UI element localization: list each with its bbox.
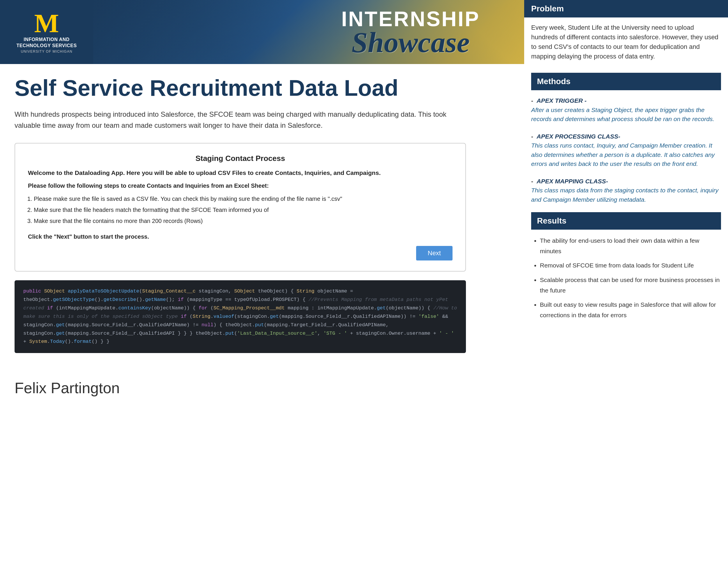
result-item-4: Built out easy to view results page in S… [540,299,721,320]
method-title-3: APEX MAPPING CLASS- [537,178,608,185]
main-container: Self Service Recruitment Data Load With … [0,64,728,365]
right-sidebar: Methods - APEX TRIGGER - After a user cr… [524,64,728,365]
method-item-2: - APEX PROCESSING CLASS- This class runs… [531,132,721,169]
demo-intro: Welcome to the Dataloading App. Here you… [28,168,453,178]
logo-sub: UNIVERSITY OF MICHIGAN [21,50,72,54]
methods-header: Methods [531,73,721,90]
problem-panel: Problem Every week, Student Life at the … [524,0,728,64]
result-item-2: Removal of SFCOE time from data loads fo… [540,260,721,271]
next-button[interactable]: Next [416,246,453,261]
logo-m-letter: M [34,10,59,37]
page-intro: With hundreds prospects being introduced… [15,109,451,131]
page-title: Self Service Recruitment Data Load [15,76,510,101]
method-desc-2: This class runs contact, Inquiry, and Ca… [531,142,715,167]
logo-line2: TECHNOLOGY SERVICES [16,43,77,49]
method-title-2: APEX PROCESSING CLASS- [537,133,620,140]
page-header: M INFORMATION AND TECHNOLOGY SERVICES UN… [0,0,728,64]
demo-box: Staging Contact Process Welcome to the D… [15,143,466,272]
demo-steps-label: Please follow the following steps to cre… [28,183,453,189]
demo-step-1: Please make sure the file is saved as a … [34,193,453,204]
method-desc-3: This class maps data from the staging co… [531,187,718,203]
method-desc-1: After a user creates a Staging Object, t… [531,107,714,123]
logo-section: M INFORMATION AND TECHNOLOGY SERVICES UN… [0,0,93,64]
author-name: Felix Partington [0,379,728,397]
problem-body: Every week, Student Life at the Universi… [524,17,728,64]
method-item-1: - APEX TRIGGER - After a user creates a … [531,96,721,124]
demo-title: Staging Contact Process [28,154,453,163]
left-content: Self Service Recruitment Data Load With … [0,64,524,365]
method-item-3: - APEX MAPPING CLASS- This class maps da… [531,177,721,204]
result-item-1: The ability for end-users to load their … [540,236,721,256]
result-item-3: Scalable process that can be used for mo… [540,275,721,295]
banner-title: INTERNSHIP Showcase [341,8,480,56]
results-list: The ability for end-users to load their … [531,236,721,320]
demo-next-row: Next [28,246,453,261]
code-block: public SObject applyDataToSObjectUpdate(… [15,280,466,353]
problem-header: Problem [524,0,728,17]
method-title-1: APEX TRIGGER - [537,97,587,104]
demo-step-3: Make sure that the file contains no more… [34,215,453,227]
banner-showcase-text: Showcase [341,29,480,56]
demo-steps-list: Please make sure the file is saved as a … [28,193,453,227]
demo-step-2: Make sure that the file headers match th… [34,204,453,215]
logo-line1: INFORMATION AND [24,37,70,43]
results-header: Results [531,212,721,230]
demo-cta: Click the "Next" button to start the pro… [28,234,453,240]
